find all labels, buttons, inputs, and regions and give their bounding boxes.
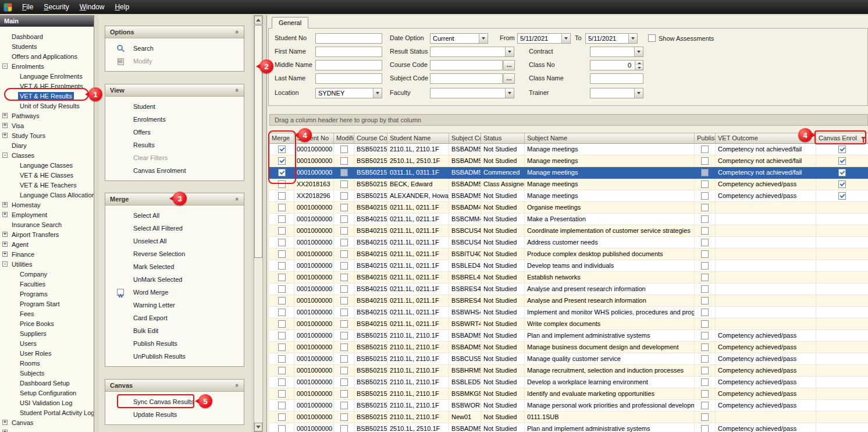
modified-cell[interactable] bbox=[334, 225, 354, 237]
sidebar-item[interactable]: Dashboard bbox=[0, 31, 94, 41]
sidebar-item[interactable]: Dashboard Setup bbox=[0, 378, 94, 388]
middle-name-input[interactable] bbox=[315, 60, 382, 70]
merge-checkbox[interactable] bbox=[278, 309, 286, 316]
merge-checkbox[interactable] bbox=[278, 378, 286, 386]
modified-cell[interactable] bbox=[334, 214, 354, 225]
sidebar-item[interactable]: Airport Transfers bbox=[0, 229, 94, 239]
modified-checkbox[interactable] bbox=[340, 309, 348, 316]
merge-cell[interactable] bbox=[269, 284, 294, 295]
action-item[interactable]: Bulk Edit bbox=[105, 324, 244, 337]
publish-checkbox[interactable] bbox=[701, 320, 709, 328]
publish-cell[interactable] bbox=[695, 307, 716, 318]
merge-cell[interactable] bbox=[269, 214, 294, 225]
merge-cell[interactable] bbox=[269, 388, 294, 400]
expander-minus-icon[interactable] bbox=[2, 153, 8, 158]
modified-checkbox[interactable] bbox=[340, 157, 348, 165]
canvas-enrol-cell[interactable] bbox=[816, 342, 868, 353]
publish-cell[interactable] bbox=[695, 237, 716, 249]
group-by-panel[interactable]: Drag a column header here to group by th… bbox=[269, 114, 868, 126]
publish-checkbox[interactable] bbox=[701, 239, 709, 246]
table-row[interactable]: 0001000000 BSB50215 2110.1L, 2110.1F BSB… bbox=[269, 377, 868, 388]
sidebar-item[interactable]: Homestay bbox=[0, 200, 94, 210]
modified-checkbox[interactable] bbox=[340, 344, 348, 351]
table-row[interactable]: 0001000000 BSB40215 0211.1L, 0211.1F BSB… bbox=[269, 202, 868, 214]
modified-checkbox[interactable] bbox=[340, 204, 348, 211]
publish-checkbox[interactable] bbox=[701, 402, 709, 409]
chevron-down-icon[interactable] bbox=[373, 88, 382, 98]
merge-checkbox[interactable] bbox=[278, 285, 286, 293]
publish-cell[interactable] bbox=[695, 144, 716, 155]
modified-cell[interactable] bbox=[334, 284, 354, 295]
table-row[interactable]: 0001000000 BSB40215 0211.1L, 0211.1F BSB… bbox=[269, 318, 868, 330]
table-row[interactable]: 0001000000 BSB40215 0211.1L, 0211.1F BSB… bbox=[269, 225, 868, 237]
canvas-enrol-cell[interactable] bbox=[816, 179, 868, 190]
tab-general[interactable]: General bbox=[272, 17, 308, 29]
col-header-modified[interactable]: Modified bbox=[334, 133, 354, 144]
modified-cell[interactable] bbox=[334, 272, 354, 284]
modified-cell[interactable] bbox=[334, 237, 354, 249]
sidebar-item[interactable]: Agent bbox=[0, 239, 94, 249]
expander-minus-icon[interactable] bbox=[2, 63, 8, 69]
canvas-enrol-cell[interactable] bbox=[816, 423, 868, 432]
expander-plus-icon[interactable] bbox=[2, 113, 8, 118]
modified-cell[interactable] bbox=[334, 144, 354, 155]
sidebar-item[interactable]: Student Portal Activity Log bbox=[0, 408, 94, 417]
action-item[interactable]: UnMark Selected bbox=[105, 273, 244, 286]
table-row[interactable]: 0001000000 BSB40215 0211.1L, 0211.1F BSB… bbox=[269, 249, 868, 260]
col-header-course-code[interactable]: Course Code bbox=[354, 133, 387, 144]
table-row[interactable]: 0001000000 BSB50215 2110.1L, 2110.1F BSB… bbox=[269, 353, 868, 365]
merge-checkbox[interactable] bbox=[278, 274, 286, 281]
modified-checkbox[interactable] bbox=[340, 367, 348, 374]
trainer-select[interactable] bbox=[590, 88, 643, 98]
sidebar-item[interactable]: Canvas bbox=[0, 417, 94, 427]
vertical-scrollbar[interactable] bbox=[254, 15, 263, 432]
canvas-enrol-cell[interactable] bbox=[816, 202, 868, 214]
table-row[interactable]: 0001000000 BSB40215 0211.1L, 0211.1F BSB… bbox=[269, 295, 868, 307]
canvas-enrol-checkbox[interactable] bbox=[838, 192, 846, 200]
merge-cell[interactable] bbox=[269, 423, 294, 432]
section-canvas-header[interactable]: Canvas « bbox=[105, 380, 244, 392]
col-header-subject-name[interactable]: Subject Name bbox=[525, 133, 695, 144]
merge-cell[interactable] bbox=[269, 412, 294, 423]
sidebar-item[interactable]: Fees bbox=[0, 309, 94, 318]
merge-checkbox[interactable] bbox=[278, 332, 286, 339]
collapse-chevron-icon[interactable]: « bbox=[234, 88, 241, 92]
action-item[interactable]: Select All Filtered bbox=[105, 222, 244, 235]
to-date-picker[interactable]: 5/11/2021 bbox=[585, 33, 638, 44]
table-row[interactable]: XX2018296 BSB50215 ALEXANDER, Howard BSB… bbox=[269, 190, 868, 202]
sidebar-item[interactable]: Programs bbox=[0, 289, 94, 299]
merge-checkbox[interactable] bbox=[278, 390, 286, 398]
col-header-status[interactable]: Status bbox=[481, 133, 525, 144]
table-row[interactable]: XX2018163 BSB50215 BECK, Edward BSBADM50… bbox=[269, 179, 868, 190]
publish-cell[interactable] bbox=[695, 284, 716, 295]
publish-cell[interactable] bbox=[695, 353, 716, 365]
sidebar-item[interactable]: Subjects bbox=[0, 368, 94, 378]
canvas-enrol-cell[interactable] bbox=[816, 284, 868, 295]
action-item[interactable]: Update Results bbox=[105, 408, 244, 421]
modified-cell[interactable] bbox=[334, 400, 354, 412]
sidebar-item[interactable]: Insurance Search bbox=[0, 219, 94, 229]
action-item[interactable]: Student bbox=[105, 100, 244, 113]
student-no-input[interactable] bbox=[315, 33, 382, 44]
action-item[interactable]: Unselect All bbox=[105, 235, 244, 247]
publish-cell[interactable] bbox=[695, 423, 716, 432]
publish-checkbox[interactable] bbox=[701, 355, 709, 363]
merge-checkbox[interactable] bbox=[278, 204, 286, 211]
publish-checkbox[interactable] bbox=[701, 250, 709, 258]
table-row[interactable]: 0001000000 BSB40215 0211.1L, 0211.1F BSB… bbox=[269, 272, 868, 284]
subject-code-input[interactable] bbox=[430, 73, 503, 84]
sidebar-item[interactable] bbox=[0, 427, 94, 432]
expander-plus-icon[interactable] bbox=[2, 430, 8, 432]
publish-checkbox[interactable] bbox=[701, 215, 709, 223]
sidebar-item[interactable]: Diary bbox=[0, 140, 94, 150]
sidebar-item[interactable]: Unit of Study Results bbox=[0, 101, 94, 111]
merge-checkbox[interactable] bbox=[278, 425, 286, 432]
sidebar-item[interactable]: Setup Configuration bbox=[0, 388, 94, 398]
merge-checkbox[interactable] bbox=[278, 250, 286, 258]
action-item[interactable]: Card Export bbox=[105, 311, 244, 324]
modified-checkbox[interactable] bbox=[340, 180, 348, 188]
merge-cell[interactable] bbox=[269, 377, 294, 388]
canvas-enrol-cell[interactable] bbox=[816, 214, 868, 225]
publish-checkbox[interactable] bbox=[701, 157, 709, 165]
modified-checkbox[interactable] bbox=[340, 146, 348, 153]
